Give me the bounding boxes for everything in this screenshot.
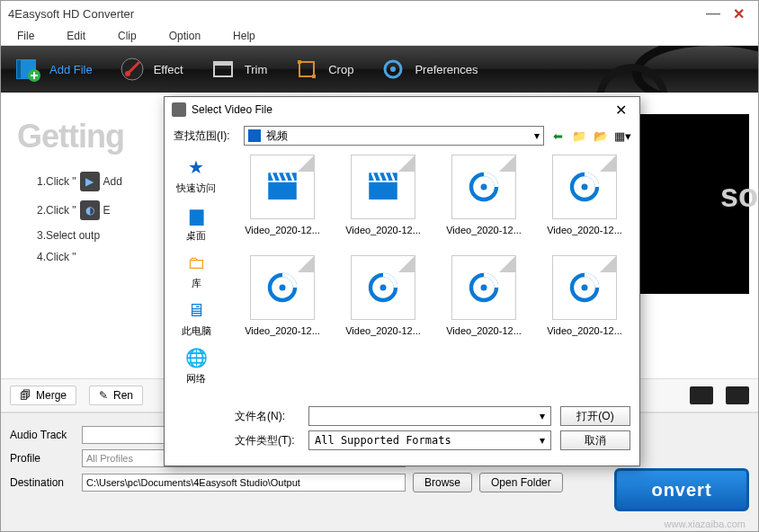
pc-icon: 🖥 xyxy=(182,297,210,323)
file-item[interactable]: Video_2020-12... xyxy=(334,155,433,253)
minimize-button[interactable]: — xyxy=(701,5,726,22)
titlebar: 4Easysoft HD Converter — ✕ xyxy=(1,1,758,26)
destination-input[interactable] xyxy=(82,474,406,492)
chevron-down-icon: ▾ xyxy=(534,129,540,142)
effect-button[interactable]: Effect xyxy=(118,55,183,84)
new-folder-icon[interactable]: 📂 xyxy=(593,128,609,144)
filetype-combo[interactable]: All Supported Formats ▾ xyxy=(308,430,551,450)
effect-icon: ◐ xyxy=(80,200,100,220)
svg-point-23 xyxy=(380,285,387,291)
menubar: File Edit Clip Option Help xyxy=(1,26,758,46)
place-label: 桌面 xyxy=(186,229,206,243)
crop-label: Crop xyxy=(328,63,353,76)
dialog-icon xyxy=(172,102,186,117)
trim-button[interactable]: Trim xyxy=(209,55,268,84)
file-item[interactable]: Video_2020-12... xyxy=(434,255,533,354)
svg-rect-14 xyxy=(369,182,397,200)
svg-rect-9 xyxy=(312,75,316,78)
browse-button[interactable]: Browse xyxy=(413,473,472,492)
file-item[interactable]: Video_2020-12... xyxy=(334,255,433,354)
merge-label: Merge xyxy=(36,389,67,402)
close-button[interactable]: ✕ xyxy=(726,5,751,22)
desktop-icon: ▆ xyxy=(182,202,210,227)
place-quick-access[interactable]: ★ 快速访问 xyxy=(176,155,216,195)
open-button[interactable]: 打开(O) xyxy=(560,406,630,426)
place-label: 网络 xyxy=(186,372,206,386)
file-item[interactable]: Video_2020-12... xyxy=(535,155,634,253)
menu-edit[interactable]: Edit xyxy=(50,30,102,42)
preview-control-1[interactable] xyxy=(690,386,713,404)
crop-button[interactable]: Crop xyxy=(292,55,353,84)
folder-icon xyxy=(248,129,261,142)
view-menu-icon[interactable]: ▦▾ xyxy=(614,128,630,144)
file-name: Video_2020-12... xyxy=(345,225,421,235)
effect-icon xyxy=(118,55,147,84)
step-1-suffix: Add xyxy=(103,175,122,188)
svg-point-11 xyxy=(390,66,396,72)
dialog-close-button[interactable]: ✕ xyxy=(610,102,632,119)
rename-button[interactable]: ✎ Ren xyxy=(89,386,143,405)
file-thumbnail xyxy=(351,155,415,219)
back-icon[interactable]: ⬅ xyxy=(549,128,566,144)
menu-clip[interactable]: Clip xyxy=(102,30,153,42)
filename-combo[interactable]: ▾ xyxy=(308,406,551,426)
place-label: 此电脑 xyxy=(182,324,211,338)
file-name: Video_2020-12... xyxy=(245,325,320,336)
svg-rect-7 xyxy=(299,62,314,76)
file-item[interactable]: Video_2020-12... xyxy=(535,255,634,354)
file-item[interactable]: Video_2020-12... xyxy=(434,155,533,253)
file-thumbnail xyxy=(451,155,516,219)
place-this-pc[interactable]: 🖥 此电脑 xyxy=(182,297,211,338)
library-icon: 🗀 xyxy=(182,250,210,275)
file-name: Video_2020-12... xyxy=(345,325,421,336)
file-name: Video_2020-12... xyxy=(446,225,522,235)
merge-icon: 🗐 xyxy=(20,389,31,402)
step-2-suffix: E xyxy=(103,204,111,217)
preferences-label: Preferences xyxy=(415,63,478,76)
convert-button[interactable]: onvert xyxy=(614,468,749,511)
lookin-combo[interactable]: 视频 ▾ xyxy=(244,126,544,146)
file-item[interactable]: Video_2020-12... xyxy=(233,255,332,354)
window-title: 4Easysoft HD Converter xyxy=(8,7,134,21)
filetype-label: 文件类型(T): xyxy=(235,433,299,448)
audio-track-label: Audio Track xyxy=(10,429,75,441)
add-file-icon xyxy=(13,55,42,84)
dialog-titlebar: Select Video File ✕ xyxy=(165,97,639,122)
add-file-label: Add File xyxy=(49,63,93,76)
svg-point-27 xyxy=(582,285,588,291)
lookin-value: 视频 xyxy=(266,129,288,144)
rename-icon: ✎ xyxy=(99,389,108,402)
file-item[interactable]: Video_2020-12... xyxy=(233,155,332,253)
file-name: Video_2020-12... xyxy=(245,225,320,235)
file-dialog: Select Video File ✕ 查找范围(I): 视频 ▾ ⬅ 📁 📂 … xyxy=(164,96,640,466)
menu-file[interactable]: File xyxy=(1,30,50,42)
dialog-title: Select Video File xyxy=(192,103,272,116)
step-1-text: 1.Click " xyxy=(37,175,76,188)
place-library[interactable]: 🗀 库 xyxy=(182,250,210,290)
add-file-button[interactable]: Add File xyxy=(13,55,93,84)
destination-label: Destination xyxy=(10,476,75,489)
convert-label: onvert xyxy=(651,480,711,501)
snapshot-button[interactable] xyxy=(726,386,749,404)
svg-rect-8 xyxy=(298,60,301,64)
place-desktop[interactable]: ▆ 桌面 xyxy=(182,202,210,243)
place-label: 库 xyxy=(192,277,201,290)
place-network[interactable]: 🌐 网络 xyxy=(182,345,210,386)
chevron-down-icon: ▾ xyxy=(540,410,545,422)
up-folder-icon[interactable]: 📁 xyxy=(571,128,587,144)
merge-button[interactable]: 🗐 Merge xyxy=(10,386,76,405)
file-thumbnail xyxy=(451,255,516,320)
cancel-button[interactable]: 取消 xyxy=(560,430,630,450)
filename-label: 文件名(N): xyxy=(235,409,299,424)
toolbar: Add File Effect Trim Crop Preferences xyxy=(1,46,758,93)
menu-option[interactable]: Option xyxy=(153,30,217,42)
file-list: Video_2020-12...Video_2020-12...Video_20… xyxy=(228,149,639,395)
preferences-button[interactable]: Preferences xyxy=(379,55,478,84)
menu-help[interactable]: Help xyxy=(217,30,272,42)
places-bar: ★ 快速访问 ▆ 桌面 🗀 库 🖥 此电脑 🌐 网络 xyxy=(165,149,228,395)
file-thumbnail xyxy=(250,155,315,219)
watermark-text: www.xiazaiba.com xyxy=(665,519,746,529)
trim-label: Trim xyxy=(245,63,268,76)
open-folder-button[interactable]: Open Folder xyxy=(479,473,563,492)
svg-rect-12 xyxy=(268,182,297,200)
